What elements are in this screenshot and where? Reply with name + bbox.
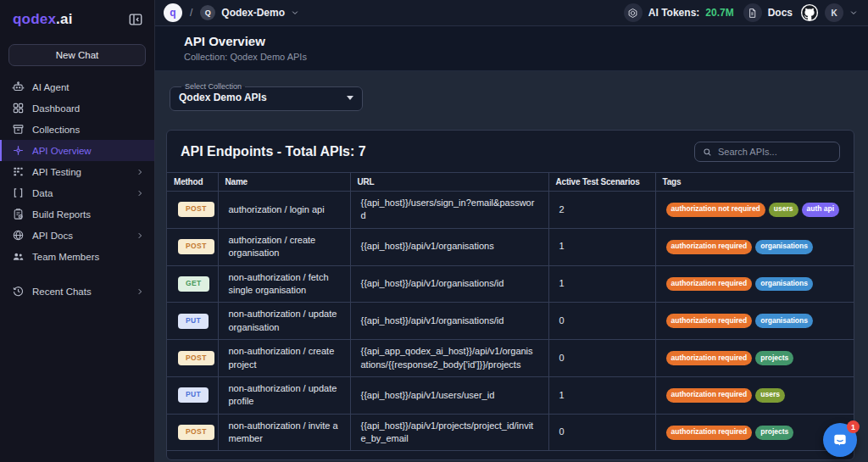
table-row[interactable]: POSTauthorization / create organisation{… [167, 228, 854, 265]
tag-pill: authorization required [666, 388, 753, 403]
table-row[interactable]: GETnon-authorization / fetch single orga… [167, 265, 854, 303]
collection-select-label: Select Collection [181, 82, 245, 91]
globe-icon [12, 229, 25, 242]
table-row[interactable]: POSTauthorization / login api{{api_host}… [167, 192, 854, 229]
sidebar-item-label: Collections [32, 125, 80, 135]
app-logo: qodex.ai [13, 11, 73, 28]
docs-icon[interactable] [743, 3, 762, 22]
chevron-right-icon [136, 189, 144, 198]
chat-widget-button[interactable]: 1 [823, 423, 857, 457]
history-icon [12, 285, 25, 298]
tag-pill: projects [755, 426, 793, 440]
sidebar-item-team-members[interactable]: Team Members [0, 246, 154, 267]
tags-list: authorization requiredprojects [666, 426, 844, 440]
org-avatar[interactable]: q [164, 3, 182, 22]
user-menu-chevron-icon[interactable] [849, 8, 858, 17]
main-column: q / Q Qodex-Demo AI Tokens: 20.7M Docs K [155, 0, 868, 462]
sidebar-item-api-testing[interactable]: API Testing [0, 161, 154, 182]
search-input[interactable] [718, 147, 832, 157]
sidebar-item-ai-agent[interactable]: AI Agent [0, 76, 154, 97]
sidebar-item-dashboard[interactable]: Dashboard [0, 97, 154, 119]
brackets-icon [12, 186, 25, 199]
docs-label[interactable]: Docs [768, 7, 793, 19]
column-header-method: Method [167, 173, 218, 192]
sidebar-item-label: Team Members [32, 252, 99, 262]
team-icon [12, 250, 25, 263]
chevron-right-icon [136, 231, 144, 240]
chevron-right-icon [136, 168, 144, 176]
content: Select Collection Qodex Demo APIs API En… [155, 71, 868, 462]
collection-select[interactable]: Select Collection Qodex Demo APIs [170, 82, 363, 111]
project-switcher[interactable]: Q Qodex-Demo [200, 5, 299, 20]
sidebar-item-label: API Testing [32, 167, 81, 177]
column-header-name: Name [218, 173, 350, 192]
method-badge: GET [178, 276, 209, 292]
table-row[interactable]: PUTnon-authorization / update organisati… [167, 303, 854, 340]
sidebar-item-collections[interactable]: Collections [0, 119, 154, 140]
github-icon[interactable] [800, 3, 819, 22]
tag-pill: authorization required [666, 240, 753, 254]
new-chat-button[interactable]: New Chat [8, 44, 146, 66]
ai-tokens-label: AI Tokens: [648, 7, 699, 19]
sidebar-item-data[interactable]: Data [0, 182, 154, 203]
active-scenarios-count: 0 [548, 340, 655, 377]
sidebar-collapse-icon[interactable] [128, 12, 143, 27]
sidebar-item-api-docs[interactable]: API Docs [0, 225, 154, 246]
dropdown-caret-icon [347, 96, 353, 103]
sidebar-item-api-overview[interactable]: API Overview [0, 140, 154, 161]
logo-row: qodex.ai [0, 0, 154, 36]
dashboard-grid-icon [12, 102, 25, 114]
page-subtitle: Collection: Qodex Demo APIs [184, 52, 854, 62]
breadcrumb: q / Q Qodex-Demo [164, 3, 299, 22]
sidebar-item-label: AI Agent [32, 82, 69, 92]
method-badge: PUT [178, 387, 209, 403]
active-scenarios-count: 1 [548, 265, 655, 303]
search-icon [703, 148, 712, 157]
endpoint-name: authorization / create organisation [218, 228, 350, 265]
sidebar-item-label: Recent Chats [32, 287, 92, 297]
endpoint-url: {{api_host}}/api/v1/organisations/id [350, 265, 548, 303]
table-body: POSTauthorization / login api{{api_host}… [167, 192, 854, 451]
tag-pill: authorization required [666, 314, 753, 328]
tag-pill: organisations [755, 240, 813, 254]
endpoints-table: MethodNameURLActive Test ScenariosTags P… [167, 172, 854, 451]
page-title: API Overview [184, 34, 854, 48]
logo-suffix: .ai [56, 11, 73, 27]
endpoints-title: API Endpoints - Total APIs: 7 [181, 144, 366, 159]
endpoint-name: non-authorization / update profile [218, 376, 350, 414]
tags-list: authorization requiredorganisations [666, 314, 844, 328]
endpoint-url: {{api_app_qodex_ai_host}}/api/v1/organis… [350, 340, 548, 377]
report-clipboard-icon [12, 208, 25, 220]
ai-tokens-value: 20.7M [705, 7, 733, 19]
method-badge: PUT [178, 314, 209, 329]
sidebar-item-recent-chats[interactable]: Recent Chats [0, 281, 154, 302]
tag-pill: organisations [755, 314, 813, 328]
method-badge: POST [178, 239, 214, 254]
endpoints-panel: API Endpoints - Total APIs: 7 MethodName… [166, 130, 854, 460]
chevron-down-icon [291, 8, 299, 17]
sidebar-item-build-reports[interactable]: Build Reports [0, 203, 154, 225]
collection-select-value: Qodex Demo APIs [179, 92, 267, 103]
active-scenarios-count: 1 [548, 228, 655, 265]
sidebar-item-label: API Overview [32, 146, 92, 156]
active-scenarios-count: 0 [548, 303, 655, 340]
tags-list: authorization requiredorganisations [666, 240, 844, 254]
table-row[interactable]: POSTnon-authorization / create project{{… [167, 340, 854, 377]
user-avatar[interactable]: K [825, 3, 843, 22]
sidebar-item-label: Dashboard [32, 103, 80, 114]
sidebar-nav: AI AgentDashboardCollectionsAPI Overview… [0, 73, 154, 270]
table-row[interactable]: PUTnon-authorization / update profile{{a… [167, 376, 854, 414]
search-box [694, 142, 840, 162]
endpoint-url: {{api_host}}/api/v1/projects/project_id/… [350, 414, 548, 451]
endpoints-panel-head: API Endpoints - Total APIs: 7 [167, 131, 854, 172]
tag-pill: authorization required [666, 277, 753, 292]
table-row[interactable]: POSTnon-authorization / invite a member{… [167, 414, 854, 451]
tag-pill: users [755, 388, 785, 403]
topbar-right: AI Tokens: 20.7M Docs K [624, 3, 858, 22]
robot-icon [12, 81, 25, 93]
page-header: API Overview Collection: Qodex Demo APIs [155, 26, 868, 71]
active-scenarios-count: 0 [548, 414, 655, 451]
sidebar: qodex.ai New Chat AI AgentDashboardColle… [0, 0, 155, 462]
tags-list: authorization requiredusers [666, 388, 844, 403]
sidebar-item-label: API Docs [32, 231, 73, 241]
